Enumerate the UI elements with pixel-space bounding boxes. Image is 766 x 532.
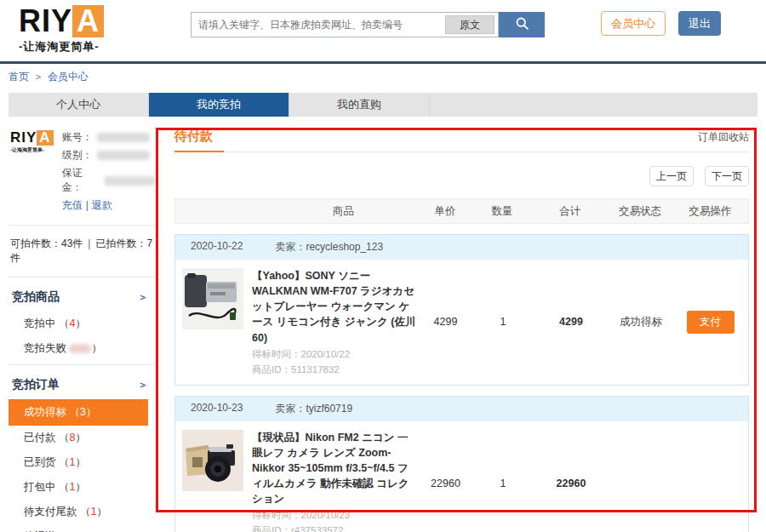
bid-count-label: 已拍件数： xyxy=(95,237,146,249)
sidebar-item-bidding[interactable]: 竞拍中 （4） xyxy=(9,312,155,336)
logout-button[interactable]: 退出 xyxy=(678,11,721,36)
search-button[interactable] xyxy=(499,12,545,37)
order-group: 2020-10-22 卖家：recycleshop_123 xyxy=(174,234,749,386)
product-image-camera[interactable] xyxy=(182,430,243,491)
original-text-button[interactable]: 原文 xyxy=(445,15,494,34)
logo-text: RIY xyxy=(19,5,72,37)
account-label: 账号： xyxy=(62,130,93,145)
col-header-quantity: 数量 xyxy=(472,204,532,219)
sidebar-section-auction-orders[interactable]: 竞拍订单 ＞ xyxy=(9,369,155,399)
table-header: 商品 单价 数量 合计 交易状态 交易操作 xyxy=(174,198,749,224)
section-title: 竞拍商品 xyxy=(12,289,60,305)
order-item-row: 【現状品】Nikon FM2 ニコン 一眼レフ カメラ レンズ Zoom-Nik… xyxy=(175,421,609,532)
won-time: 2020/10/22 xyxy=(301,349,351,359)
unit-price: 4299 xyxy=(418,316,473,328)
page-header: RIYA -让海淘更简单- 原文 会员中心 退出 xyxy=(0,0,766,61)
paren: （ xyxy=(80,506,91,518)
col-header-unit-price: 单价 xyxy=(417,204,472,219)
paren: （ xyxy=(59,456,70,468)
won-time-label: 得标时间： xyxy=(252,510,301,520)
sidebar-item-arrived[interactable]: 已到货 （1） xyxy=(9,450,155,475)
product-title[interactable]: 【現状品】Nikon FM2 ニコン 一眼レフ カメラ レンズ Zoom-Nik… xyxy=(252,430,418,507)
total-price: 22960 xyxy=(533,478,609,489)
logo-a-block: A xyxy=(72,5,104,37)
paren: ） xyxy=(91,342,102,354)
biddable-count-label: 可拍件数： xyxy=(10,237,61,249)
item-id: 511317832 xyxy=(291,364,340,375)
recharge-link[interactable]: 充值 xyxy=(62,199,83,211)
seller-name[interactable]: recycleshop_123 xyxy=(306,241,383,253)
sidebar-item-bid-failed[interactable]: 竞拍失败 ） xyxy=(9,336,155,361)
links-separator: | xyxy=(86,199,89,211)
won-time-label: 得标时间： xyxy=(252,349,301,359)
order-group: 2020-10-23 卖家：tyizf60719 xyxy=(174,396,749,532)
main-panel: 待付款 订单回收站 上一页 下一页 商品 单价 数量 合计 交易状态 交易操作 … xyxy=(174,129,749,532)
item-label: 打包中 xyxy=(24,481,56,493)
item-id-label: 商品ID： xyxy=(252,525,291,532)
seller-label: 卖家： xyxy=(275,241,306,253)
seller-name[interactable]: tyizf60719 xyxy=(306,403,352,415)
member-center-button[interactable]: 会员中心 xyxy=(601,11,666,36)
item-id: r437533572 xyxy=(291,525,343,532)
prev-page-button[interactable]: 上一页 xyxy=(649,166,694,186)
level-value-redacted xyxy=(97,151,150,160)
breadcrumb-current[interactable]: 会员中心 xyxy=(48,71,89,83)
search-icon xyxy=(515,16,529,33)
tab-personal-center[interactable]: 个人中心 xyxy=(9,93,149,117)
sidebar-item-to-ship[interactable]: 待运送 （1） xyxy=(9,524,155,532)
next-page-button[interactable]: 下一页 xyxy=(705,166,749,186)
product-image-walkman[interactable] xyxy=(182,268,243,329)
col-header-product: 商品 xyxy=(175,204,417,219)
account-value-redacted xyxy=(97,133,150,142)
level-label: 级别： xyxy=(62,148,93,163)
logo-tagline: -让海淘更简单- xyxy=(19,39,104,54)
col-header-total: 合计 xyxy=(532,204,609,219)
paren: （ xyxy=(59,432,70,443)
paren: ） xyxy=(75,456,86,468)
paren: ） xyxy=(75,317,86,329)
chevron-right-icon: ＞ xyxy=(138,290,148,305)
quantity: 1 xyxy=(473,316,533,328)
item-id-label: 商品ID： xyxy=(252,364,291,375)
order-group-header: 2020-10-23 卖家：tyizf60719 xyxy=(175,397,748,421)
paren: ） xyxy=(75,481,86,493)
breadcrumb-separator: ＞ xyxy=(33,71,43,83)
search-input[interactable] xyxy=(192,19,445,31)
pay-button[interactable]: 支付 xyxy=(687,311,735,334)
sidebar-item-won[interactable]: 成功得标 （3） xyxy=(9,399,148,426)
stats-separator: | xyxy=(88,237,90,249)
product-title[interactable]: 【Yahoo】SONY ソニー WALKMAN WM-F707 ラジオカセットプ… xyxy=(252,268,418,346)
sidebar-item-pending-balance[interactable]: 待支付尾款 （1） xyxy=(9,500,155,524)
trade-status: 成功得标 xyxy=(620,315,662,329)
tab-my-direct-purchase[interactable]: 我的直购 xyxy=(289,93,430,117)
item-label: 待支付尾款 xyxy=(24,506,77,518)
search-box: 原文 xyxy=(191,12,499,37)
sidebar-logo: RIYA -让海淘更简单- xyxy=(10,130,54,213)
item-label: 已到货 xyxy=(24,456,56,468)
sidebar-item-packing[interactable]: 打包中 （1） xyxy=(9,475,155,500)
col-header-trade-action: 交易操作 xyxy=(672,204,748,219)
order-recycle-bin-link[interactable]: 订单回收站 xyxy=(698,130,749,152)
breadcrumb-home-link[interactable]: 首页 xyxy=(9,71,29,83)
sidebar-logo-tagline: -让海淘更简单- xyxy=(10,146,54,154)
item-label: 成功得标 xyxy=(24,406,66,418)
search-bar: 原文 xyxy=(191,12,545,37)
sidebar-item-paid[interactable]: 已付款 （8） xyxy=(9,426,155,450)
chevron-right-icon: ＞ xyxy=(138,378,148,392)
paren: ） xyxy=(75,432,86,443)
site-logo[interactable]: RIYA -让海淘更简单- xyxy=(19,5,104,54)
deposit-value-redacted xyxy=(105,176,155,186)
item-count: 3 xyxy=(80,406,86,418)
tab-my-auctions[interactable]: 我的竞拍 xyxy=(149,93,289,117)
sidebar-section-auction-items[interactable]: 竞拍商品 ＞ xyxy=(9,281,155,312)
refund-link[interactable]: 退款 xyxy=(92,199,112,211)
paren: ） xyxy=(86,406,97,418)
unit-price: 22960 xyxy=(418,478,473,489)
seller-label: 卖家： xyxy=(275,403,306,415)
paren: ） xyxy=(96,506,107,518)
col-header-trade-status: 交易状态 xyxy=(609,204,672,219)
paren: （ xyxy=(59,317,70,329)
total-price: 4299 xyxy=(533,316,609,328)
paren: （ xyxy=(59,481,70,493)
sidebar-logo-a: A xyxy=(37,130,53,146)
